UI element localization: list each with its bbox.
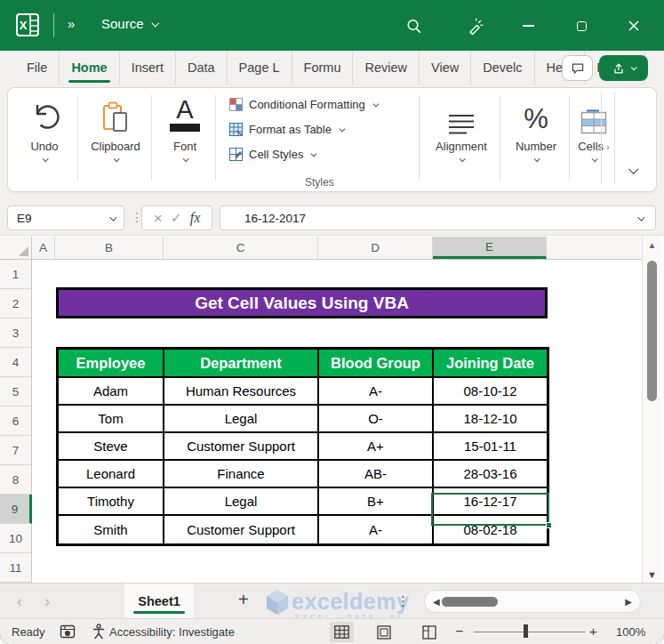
comments-button[interactable]	[562, 55, 593, 81]
name-box[interactable]: E9	[7, 205, 124, 230]
table-cell[interactable]: Customer Support	[164, 516, 319, 543]
title-banner-cell[interactable]: Get Cell Values Using VBA	[56, 287, 548, 318]
formula-input[interactable]: 16-12-2017	[220, 205, 656, 230]
tab-home[interactable]: Home	[60, 51, 119, 85]
row-header-9-selected[interactable]: 9	[0, 495, 32, 524]
document-title-menu[interactable]: Source	[101, 16, 157, 31]
table-cell[interactable]: 18-12-10	[434, 406, 547, 433]
page-layout-view-button[interactable]	[372, 622, 396, 642]
maximize-button[interactable]	[572, 16, 591, 36]
share-button[interactable]	[599, 55, 648, 81]
minimize-button[interactable]	[518, 16, 538, 36]
table-cell[interactable]: Timothy	[59, 488, 164, 516]
excel-logo-icon[interactable]: X	[16, 13, 39, 36]
laser-pen-icon[interactable]	[466, 16, 485, 36]
table-cell[interactable]: 08-10-12	[434, 378, 547, 406]
sheet-tab-sheet1[interactable]: Sheet1	[124, 584, 194, 618]
row-header-7[interactable]: 7	[0, 436, 31, 465]
alignment-button[interactable]: Alignment	[424, 93, 499, 162]
table-cell[interactable]: O-	[319, 406, 434, 433]
table-cell[interactable]: Customer Support	[164, 433, 319, 461]
table-header-cell[interactable]: Joining Date	[434, 350, 547, 378]
format-as-table-button[interactable]: Format as Table	[229, 123, 343, 136]
table-cell[interactable]: Legal	[164, 406, 319, 433]
macro-record-icon[interactable]	[60, 624, 76, 642]
column-header-c[interactable]: C	[164, 237, 318, 259]
table-cell[interactable]: A-	[319, 516, 434, 543]
next-sheet-icon[interactable]: ›	[44, 592, 50, 611]
cell-styles-button[interactable]: Cell Styles	[229, 148, 316, 161]
zoom-slider-thumb[interactable]	[524, 624, 528, 638]
table-cell[interactable]: Steve	[59, 433, 164, 461]
table-cell[interactable]: Leonard	[59, 461, 164, 488]
column-header-a[interactable]: A	[32, 237, 55, 259]
table-cell[interactable]: 08-02-18	[434, 516, 547, 543]
table-cell[interactable]: B+	[319, 488, 434, 516]
tab-view[interactable]: View	[420, 51, 471, 85]
table-cell[interactable]: Legal	[164, 488, 319, 516]
tab-data[interactable]: Data	[176, 51, 228, 85]
cancel-icon[interactable]: ×	[154, 211, 163, 226]
column-header-b[interactable]: B	[55, 237, 164, 259]
expand-formula-bar-icon[interactable]	[637, 213, 644, 221]
table-cell[interactable]: Finance	[164, 461, 319, 488]
accessibility-status[interactable]: Accessibility: Investigate	[109, 625, 235, 639]
row-header-10[interactable]: 10	[0, 524, 31, 553]
conditional-formatting-button[interactable]: Conditional Formatting	[229, 98, 377, 111]
normal-view-button[interactable]	[330, 622, 354, 642]
previous-sheet-icon[interactable]: ‹	[17, 592, 22, 611]
row-header-6[interactable]: 6	[0, 407, 31, 436]
horizontal-scroll-thumb[interactable]	[442, 597, 498, 607]
number-button[interactable]: % Number	[504, 93, 568, 162]
table-cell[interactable]: A+	[319, 433, 434, 461]
accessibility-icon[interactable]	[92, 624, 106, 642]
table-cell[interactable]: 15-01-11	[434, 433, 547, 461]
row-header-4[interactable]: 4	[0, 348, 31, 377]
tab-page-layout[interactable]: Page L	[228, 51, 292, 85]
font-button[interactable]: A Font	[156, 93, 214, 162]
row-header-3[interactable]: 3	[0, 318, 31, 348]
page-break-view-button[interactable]	[417, 622, 441, 642]
quick-access-toolbar[interactable]: »	[68, 16, 76, 31]
undo-button[interactable]: Undo	[15, 93, 74, 162]
collapse-ribbon-button[interactable]	[629, 161, 636, 177]
horizontal-scrollbar[interactable]: ◀ ▶	[424, 590, 641, 613]
tab-formulas[interactable]: Formu	[292, 51, 354, 85]
zoom-in-button[interactable]: +	[589, 624, 597, 639]
vertical-scrollbar[interactable]: ▲ ▼	[642, 237, 661, 583]
zoom-level[interactable]: 100%	[616, 625, 645, 639]
add-sheet-button[interactable]: +	[238, 590, 249, 610]
zoom-slider-track[interactable]	[474, 632, 585, 633]
row-header-8[interactable]: 8	[0, 465, 31, 495]
vertical-scroll-thumb[interactable]	[647, 261, 657, 401]
cell-grid[interactable]: Get Cell Values Using VBA Employee Depar…	[32, 260, 642, 583]
insert-function-icon[interactable]: fx	[190, 210, 201, 226]
table-cell-selected[interactable]: 16-12-17	[434, 488, 547, 516]
tab-developer[interactable]: Develc	[471, 51, 534, 85]
table-cell[interactable]: 28-03-16	[434, 461, 547, 488]
tab-review[interactable]: Review	[353, 51, 420, 85]
enter-icon[interactable]: ✓	[171, 210, 182, 226]
clipboard-button[interactable]: Clipboard	[83, 93, 148, 162]
table-header-cell[interactable]: Department	[164, 350, 319, 378]
table-header-cell[interactable]: Employee	[59, 350, 164, 378]
column-header-e-selected[interactable]: E	[433, 237, 547, 259]
table-cell[interactable]: Adam	[59, 378, 164, 406]
scroll-right-icon[interactable]: ▶	[625, 597, 632, 607]
table-cell[interactable]: A-	[319, 378, 434, 406]
row-header-2[interactable]: 2	[0, 289, 31, 318]
table-cell[interactable]: Smith	[59, 516, 164, 543]
scroll-up-icon[interactable]: ▲	[643, 240, 661, 250]
table-cell[interactable]: Tom	[59, 406, 164, 433]
zoom-out-button[interactable]: −	[455, 624, 463, 640]
close-button[interactable]	[624, 16, 644, 36]
search-icon[interactable]	[404, 16, 423, 36]
row-header-11[interactable]: 11	[0, 553, 31, 583]
select-all-corner[interactable]	[0, 237, 32, 260]
scroll-down-icon[interactable]: ▼	[643, 569, 661, 580]
table-cell[interactable]: AB-	[319, 461, 434, 488]
tab-insert[interactable]: Insert	[120, 51, 176, 85]
column-header-d[interactable]: D	[318, 237, 433, 259]
table-header-cell[interactable]: Blood Group	[319, 350, 434, 378]
scroll-left-icon[interactable]: ◀	[433, 597, 440, 607]
